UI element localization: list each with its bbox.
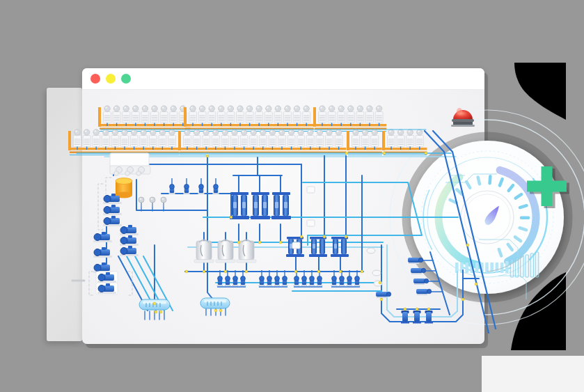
side-panel — [47, 88, 82, 341]
traffic-light-minimize[interactable] — [106, 74, 116, 84]
corner-card — [482, 356, 584, 392]
app-window — [82, 68, 484, 344]
black-swoosh-bottom — [511, 272, 566, 350]
add-plus-button[interactable] — [527, 166, 569, 208]
window-titlebar — [82, 68, 484, 90]
black-swoosh-top — [514, 63, 566, 120]
stage — [0, 0, 584, 392]
traffic-light-maximize[interactable] — [121, 74, 131, 84]
traffic-light-close[interactable] — [90, 74, 100, 84]
